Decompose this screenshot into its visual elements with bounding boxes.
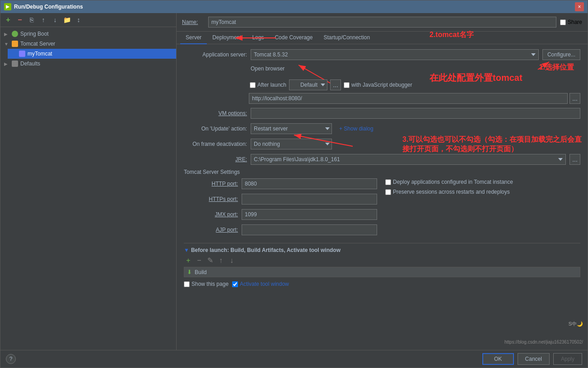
preserve-text: Preserve sessions across restarts and re…	[393, 189, 510, 195]
arrow-icon: ▶	[4, 32, 9, 37]
activate-checkbox[interactable]	[232, 281, 238, 287]
tab-code-coverage[interactable]: Code Coverage	[269, 32, 318, 44]
ajp-port-input[interactable]	[242, 224, 377, 235]
title-bar-left: ▶ Run/Debug Configurations	[4, 3, 83, 10]
app-server-select[interactable]: Tomcat 8.5.32	[251, 49, 539, 60]
add-config-button[interactable]: +	[3, 15, 13, 25]
share-area: Share	[560, 19, 582, 25]
after-launch-label[interactable]: After launch	[250, 82, 286, 88]
title-bar: ▶ Run/Debug Configurations ×	[0, 0, 588, 13]
before-launch-collapse[interactable]: ▼	[184, 247, 189, 253]
name-label: Name:	[182, 19, 205, 25]
jmx-port-input[interactable]	[242, 209, 377, 220]
before-launch-title: ▼ Before launch: Build, Build Artifacts,…	[184, 247, 580, 253]
jre-dots-button[interactable]: ...	[569, 154, 580, 165]
main-content: + − ⎘ ↑ ↓ 📁 ↕ ▶ Spring Boot	[0, 13, 588, 350]
url-dots-button[interactable]: ...	[569, 93, 580, 104]
before-launch-remove[interactable]: −	[195, 256, 204, 265]
tab-server[interactable]: Server	[180, 32, 207, 44]
sidebar-item-mytomcat[interactable]: myTomcat	[8, 49, 176, 59]
run-debug-dialog: ▶ Run/Debug Configurations × + − ⎘ ↑ ↓ 📁…	[0, 0, 588, 368]
sidebar-item-spring-boot[interactable]: ▶ Spring Boot	[0, 29, 176, 39]
https-port-label: HTTPs port:	[184, 196, 238, 202]
tabs-bar: Server Deployment Logs Code Coverage Sta…	[177, 32, 588, 44]
frame-deactivation-label: On frame deactivation:	[184, 141, 247, 147]
sidebar-item-defaults[interactable]: ▶ Defaults	[0, 59, 176, 69]
update-action-select[interactable]: Restart server	[251, 123, 332, 134]
ok-button[interactable]: OK	[482, 353, 514, 365]
panel-body: Application server: Tomcat 8.5.32 Config…	[177, 44, 588, 350]
before-launch-up[interactable]: ↑	[216, 256, 225, 265]
before-launch-edit[interactable]: ✎	[205, 256, 215, 265]
close-button[interactable]: ×	[575, 2, 584, 11]
dialog-title: Run/Debug Configurations	[14, 4, 83, 10]
preserve-checkbox-label[interactable]: Preserve sessions across restarts and re…	[385, 189, 580, 195]
move-up-button[interactable]: ↑	[38, 15, 48, 25]
http-port-input[interactable]	[242, 178, 377, 189]
folder-button[interactable]: 📁	[62, 15, 72, 25]
url-input[interactable]	[249, 93, 568, 104]
footer-right: OK Cancel Apply	[482, 353, 582, 365]
share-checkbox[interactable]	[560, 19, 566, 25]
cancel-button[interactable]: Cancel	[518, 353, 550, 365]
vm-options-row: VM options:	[184, 107, 580, 119]
remove-config-button[interactable]: −	[15, 15, 25, 25]
ports-left: HTTP port: HTTPs port: JMX port: AJ	[184, 178, 378, 239]
url-watermark: https://blog.csdn.net/jiaju16236170502/	[504, 340, 583, 345]
spring-boot-icon	[11, 30, 19, 37]
activate-label[interactable]: Activate tool window	[232, 281, 289, 287]
tab-logs[interactable]: Logs	[247, 32, 269, 44]
sort-button[interactable]: ↕	[74, 15, 84, 25]
deploy-checkbox-label[interactable]: Deploy applications configured in Tomcat…	[385, 179, 580, 185]
browser-dots-button[interactable]: ...	[330, 79, 341, 90]
jre-label: JRE:	[184, 156, 247, 163]
preserve-checkbox[interactable]	[385, 189, 391, 195]
sidebar-tree: ▶ Spring Boot ▼ Tomcat Server	[0, 27, 176, 350]
name-input[interactable]	[208, 17, 556, 28]
sidebar-item-tomcat-server[interactable]: ▼ Tomcat Server	[0, 39, 176, 49]
show-page-label[interactable]: Show this page	[184, 281, 229, 287]
main-panel: 2.tomcat名字 1.选择位置 在此处配置外置tomcat 3.可以勾选也可…	[177, 13, 588, 350]
jmx-port-row: JMX port:	[184, 209, 378, 220]
show-page-text: Show this page	[191, 281, 229, 287]
deploy-checkbox[interactable]	[385, 179, 391, 185]
ports-form: HTTP port: HTTPs port: JMX port: AJ	[184, 178, 580, 239]
activate-text: Activate tool window	[240, 281, 289, 287]
http-port-label: HTTP port:	[184, 181, 238, 187]
configure-button[interactable]: Configure...	[542, 49, 580, 60]
tab-startup-connection[interactable]: Startup/Connection	[318, 32, 375, 44]
with-js-checkbox[interactable]	[344, 82, 350, 88]
with-js-text: with JavaScript debugger	[351, 82, 412, 88]
arrow-icon-3: ▶	[4, 61, 9, 66]
frame-deactivation-select[interactable]: Do nothing	[251, 139, 332, 149]
name-row: Name: Share	[177, 13, 588, 32]
jre-select[interactable]: C:\Program Files\Java\jdk1.8.0_161	[251, 154, 566, 165]
show-page-checkbox[interactable]	[184, 281, 190, 287]
url-row: ...	[188, 93, 580, 104]
right-checkboxes: Deploy applications configured in Tomcat…	[385, 178, 580, 239]
update-action-label: On 'Update' action:	[184, 126, 247, 132]
copy-config-button[interactable]: ⎘	[27, 15, 37, 25]
before-launch-text: Before launch: Build, Build Artifacts, A…	[191, 247, 341, 253]
https-port-input[interactable]	[242, 194, 377, 205]
browser-select[interactable]: Default	[289, 79, 327, 90]
with-js-label[interactable]: with JavaScript debugger	[344, 82, 412, 88]
https-port-row: HTTPs port:	[184, 193, 378, 205]
apply-button[interactable]: Apply	[553, 353, 582, 365]
mytomcat-label: myTomcat	[28, 51, 52, 57]
deploy-check-text: Deploy applications configured in Tomcat…	[393, 179, 513, 185]
before-launch-down[interactable]: ↓	[227, 256, 236, 265]
tab-deployment[interactable]: Deployment	[207, 32, 247, 44]
defaults-label: Defaults	[20, 61, 40, 67]
vm-options-input[interactable]	[251, 108, 580, 119]
help-button[interactable]: ?	[6, 354, 16, 364]
before-launch-add[interactable]: +	[184, 256, 193, 265]
http-port-row: HTTP port:	[184, 178, 378, 190]
defaults-icon	[11, 60, 19, 67]
tomcat-icon	[11, 40, 19, 47]
arrow-icon-2: ▼	[4, 42, 9, 47]
show-dialog-link[interactable]: + Show dialog	[339, 126, 373, 132]
build-row: ⬇ Build	[184, 267, 580, 277]
after-launch-checkbox[interactable]	[250, 82, 256, 88]
move-down-button[interactable]: ↓	[50, 15, 60, 25]
